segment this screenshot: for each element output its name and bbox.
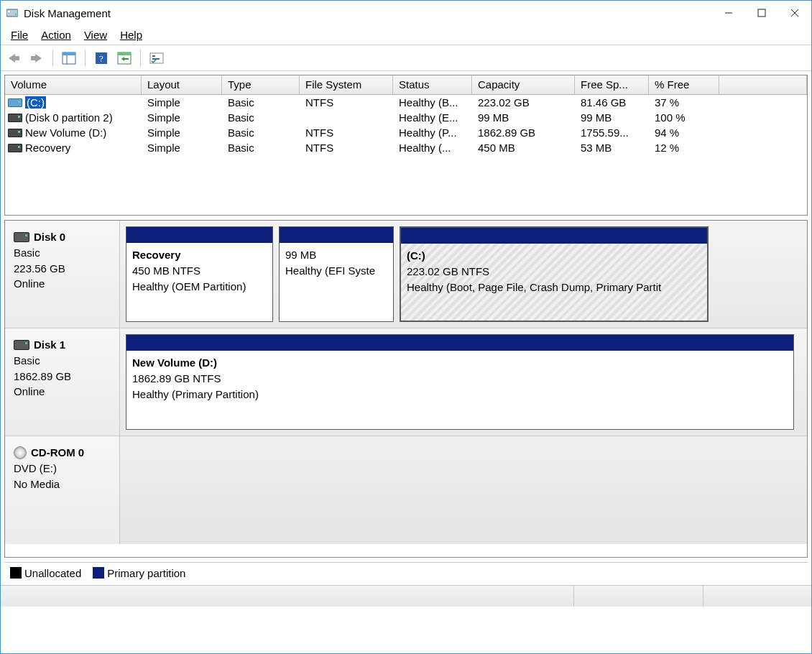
volume-name: Recovery [25, 142, 70, 154]
options-button[interactable] [147, 48, 167, 68]
volume-fs: NTFS [300, 95, 393, 110]
volume-row[interactable]: (C:) Simple Basic NTFS Healthy (B... 223… [5, 95, 807, 110]
disk-name-text: Disk 1 [34, 337, 65, 353]
partition-name: (C:) [407, 248, 701, 264]
back-button[interactable] [4, 48, 24, 68]
disk-name-text: Disk 0 [34, 229, 65, 245]
legend-primary: Primary partition [93, 567, 185, 579]
swatch-navy-icon [93, 567, 104, 579]
disk-label[interactable]: Disk 1 Basic 1862.89 GB Online [5, 328, 120, 436]
legend-unallocated-label: Unallocated [24, 567, 81, 579]
svg-rect-1 [8, 11, 10, 12]
volume-type: Basic [222, 140, 300, 155]
disk-icon [14, 232, 29, 242]
svg-marker-7 [9, 54, 19, 63]
volume-capacity: 99 MB [472, 110, 575, 125]
volume-row[interactable]: New Volume (D:) Simple Basic NTFS Health… [5, 125, 807, 140]
partition-stripe [401, 228, 707, 244]
volume-type: Basic [222, 110, 300, 125]
disk-partitions: New Volume (D:) 1862.89 GB NTFS Healthy … [120, 328, 807, 436]
volume-free: 99 MB [575, 110, 649, 125]
volume-layout: Simple [142, 95, 222, 110]
disk-partitions: Recovery 450 MB NTFS Healthy (OEM Partit… [120, 221, 807, 328]
svg-text:?: ? [99, 53, 103, 64]
col-pctfree[interactable]: % Free [649, 75, 719, 94]
col-volume[interactable]: Volume [5, 75, 142, 94]
close-button[interactable] [778, 1, 811, 24]
col-status[interactable]: Status [393, 75, 472, 94]
menu-view[interactable]: View [78, 27, 113, 42]
drive-icon [8, 129, 22, 137]
volume-row[interactable]: (Disk 0 partition 2) Simple Basic Health… [5, 110, 807, 125]
col-layout[interactable]: Layout [142, 75, 222, 94]
disk-state: Online [14, 384, 112, 400]
drive-icon [8, 144, 22, 152]
partition-efi[interactable]: 99 MB Healthy (EFI Syste [279, 226, 394, 322]
menubar: File Action View Help [1, 25, 811, 45]
volume-status: Healthy (... [393, 140, 472, 155]
status-bar [1, 585, 811, 607]
legend-unallocated: Unallocated [10, 567, 81, 579]
partition-d[interactable]: New Volume (D:) 1862.89 GB NTFS Healthy … [126, 334, 794, 430]
status-segment-main [1, 586, 574, 607]
minimize-button[interactable] [712, 1, 745, 24]
titlebar: Disk Management [1, 1, 811, 25]
volume-name: (Disk 0 partition 2) [25, 111, 113, 124]
disk-label[interactable]: CD-ROM 0 DVD (E:) No Media [5, 436, 120, 544]
partition-stripe [126, 335, 793, 351]
disk-row-disk0: Disk 0 Basic 223.56 GB Online Recovery 4… [5, 221, 807, 328]
toolbar-separator [140, 50, 141, 67]
cdrom-letter: DVD (E:) [14, 461, 112, 476]
partition-c[interactable]: (C:) 223.02 GB NTFS Healthy (Boot, Page … [400, 226, 709, 322]
toolbar-separator [85, 50, 86, 67]
window-controls [712, 1, 811, 24]
partition-recovery[interactable]: Recovery 450 MB NTFS Healthy (OEM Partit… [126, 226, 273, 322]
status-segment-right [703, 586, 811, 607]
cdrom-icon [14, 446, 27, 459]
legend: Unallocated Primary partition [4, 562, 808, 584]
forward-button[interactable] [27, 48, 47, 68]
legend-primary-label: Primary partition [107, 567, 185, 579]
col-filesystem[interactable]: File System [300, 75, 393, 94]
volume-status: Healthy (B... [393, 95, 472, 110]
volume-capacity: 450 MB [472, 140, 575, 155]
svg-marker-8 [31, 54, 42, 63]
menu-action[interactable]: Action [35, 27, 77, 42]
partition-status: Healthy (EFI Syste [285, 263, 387, 279]
disk-label[interactable]: Disk 0 Basic 223.56 GB Online [5, 221, 120, 328]
refresh-button[interactable] [114, 48, 134, 68]
show-hide-tree-button[interactable] [59, 48, 79, 68]
volume-layout: Simple [142, 140, 222, 155]
partition-stripe [280, 227, 393, 243]
drive-icon [8, 98, 22, 107]
volume-capacity: 1862.89 GB [472, 125, 575, 140]
disk-graphical-pane: Disk 0 Basic 223.56 GB Online Recovery 4… [4, 220, 808, 558]
partition-size: 1862.89 GB NTFS [132, 371, 788, 387]
partition-size: 99 MB [285, 247, 387, 263]
volume-capacity: 223.02 GB [472, 95, 575, 110]
disk-kind: Basic [14, 245, 112, 261]
svg-marker-16 [121, 57, 124, 61]
menu-file[interactable]: File [5, 27, 34, 42]
svg-rect-4 [758, 9, 765, 17]
volume-free: 1755.59... [575, 125, 649, 140]
volume-name: (C:) [25, 96, 46, 109]
volume-list-pane: Volume Layout Type File System Status Ca… [4, 75, 808, 216]
maximize-button[interactable] [745, 1, 778, 24]
volume-layout: Simple [142, 110, 222, 125]
volume-row[interactable]: Recovery Simple Basic NTFS Healthy (... … [5, 140, 807, 155]
volume-free: 53 MB [575, 140, 649, 155]
col-freespace[interactable]: Free Sp... [575, 75, 649, 94]
col-type[interactable]: Type [222, 75, 300, 94]
help-button[interactable]: ? [91, 48, 111, 68]
disk-name-text: CD-ROM 0 [31, 445, 84, 461]
partition-stripe [126, 227, 272, 243]
volume-status: Healthy (E... [393, 110, 472, 125]
svg-point-2 [15, 14, 17, 15]
volume-name: New Volume (D:) [25, 126, 106, 139]
col-capacity[interactable]: Capacity [472, 75, 575, 94]
partition-status: Healthy (Boot, Page File, Crash Dump, Pr… [407, 280, 701, 295]
volume-fs: NTFS [300, 125, 393, 140]
menu-help[interactable]: Help [114, 27, 148, 42]
partition-name: New Volume (D:) [132, 355, 788, 371]
